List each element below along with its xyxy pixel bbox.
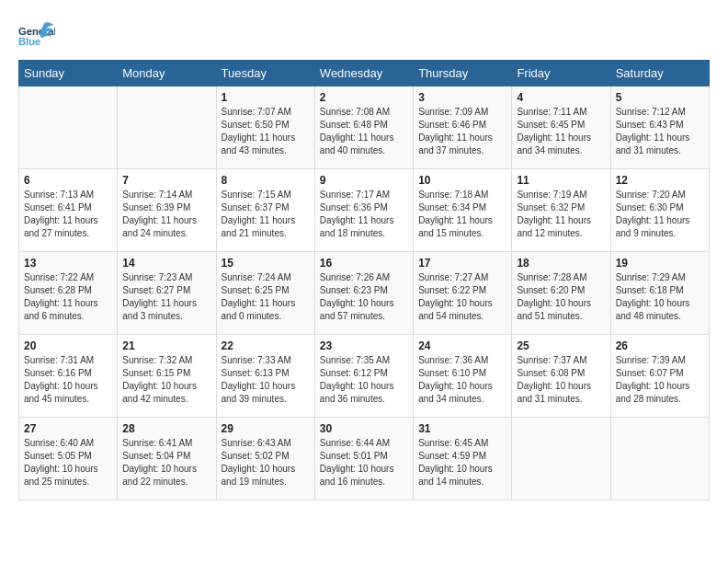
calendar-cell: 3Sunrise: 7:09 AMSunset: 6:46 PMDaylight… [414, 86, 512, 169]
weekday-header: Saturday [610, 61, 709, 86]
calendar-cell: 29Sunrise: 6:43 AMSunset: 5:02 PMDayligh… [216, 418, 314, 500]
day-number: 31 [418, 422, 506, 435]
day-number: 26 [616, 339, 704, 352]
calendar-cell: 11Sunrise: 7:19 AMSunset: 6:32 PMDayligh… [512, 169, 610, 252]
calendar-week-row: 13Sunrise: 7:22 AMSunset: 6:28 PMDayligh… [19, 252, 710, 335]
calendar-table: SundayMondayTuesdayWednesdayThursdayFrid… [18, 60, 710, 500]
calendar-cell: 5Sunrise: 7:12 AMSunset: 6:43 PMDaylight… [610, 86, 709, 169]
calendar-header: SundayMondayTuesdayWednesdayThursdayFrid… [19, 61, 710, 86]
day-number: 10 [418, 174, 506, 187]
day-number: 22 [222, 339, 310, 352]
day-number: 3 [418, 91, 506, 104]
calendar-cell: 12Sunrise: 7:20 AMSunset: 6:30 PMDayligh… [610, 169, 709, 252]
day-info: Sunrise: 6:40 AMSunset: 5:05 PMDaylight:… [24, 437, 112, 488]
day-number: 7 [122, 174, 210, 187]
day-number: 15 [222, 257, 310, 270]
weekday-row: SundayMondayTuesdayWednesdayThursdayFrid… [19, 61, 710, 86]
day-info: Sunrise: 7:18 AMSunset: 6:34 PMDaylight:… [418, 189, 506, 240]
day-info: Sunrise: 6:43 AMSunset: 5:02 PMDaylight:… [222, 437, 310, 488]
day-number: 27 [24, 422, 112, 435]
weekday-header: Friday [512, 61, 610, 86]
calendar-cell: 18Sunrise: 7:28 AMSunset: 6:20 PMDayligh… [512, 252, 610, 335]
weekday-header: Monday [118, 61, 216, 86]
day-number: 19 [616, 257, 704, 270]
calendar-cell [19, 86, 118, 169]
day-number: 6 [24, 174, 112, 187]
day-number: 13 [24, 257, 112, 270]
day-info: Sunrise: 7:33 AMSunset: 6:13 PMDaylight:… [222, 354, 310, 406]
calendar-cell: 27Sunrise: 6:40 AMSunset: 5:05 PMDayligh… [19, 418, 118, 500]
day-info: Sunrise: 7:17 AMSunset: 6:36 PMDaylight:… [320, 189, 408, 240]
svg-text:Blue: Blue [18, 36, 40, 47]
day-info: Sunrise: 7:20 AMSunset: 6:30 PMDaylight:… [616, 189, 704, 240]
calendar-week-row: 20Sunrise: 7:31 AMSunset: 6:16 PMDayligh… [19, 335, 710, 418]
calendar-cell: 22Sunrise: 7:33 AMSunset: 6:13 PMDayligh… [216, 335, 314, 418]
calendar-week-row: 27Sunrise: 6:40 AMSunset: 5:05 PMDayligh… [19, 418, 710, 500]
calendar-cell: 10Sunrise: 7:18 AMSunset: 6:34 PMDayligh… [414, 169, 512, 252]
day-number: 21 [122, 339, 210, 352]
day-info: Sunrise: 7:15 AMSunset: 6:37 PMDaylight:… [222, 189, 310, 240]
day-info: Sunrise: 7:31 AMSunset: 6:16 PMDaylight:… [24, 354, 112, 406]
calendar-cell: 14Sunrise: 7:23 AMSunset: 6:27 PMDayligh… [118, 252, 216, 335]
day-info: Sunrise: 6:44 AMSunset: 5:01 PMDaylight:… [320, 437, 408, 488]
day-number: 23 [320, 339, 408, 352]
day-number: 8 [222, 174, 310, 187]
day-info: Sunrise: 7:12 AMSunset: 6:43 PMDaylight:… [616, 106, 704, 157]
day-info: Sunrise: 7:26 AMSunset: 6:23 PMDaylight:… [320, 271, 408, 323]
day-info: Sunrise: 7:14 AMSunset: 6:39 PMDaylight:… [122, 189, 210, 240]
calendar-cell [610, 418, 709, 500]
calendar-cell: 21Sunrise: 7:32 AMSunset: 6:15 PMDayligh… [118, 335, 216, 418]
day-number: 20 [24, 339, 112, 352]
day-number: 4 [517, 91, 605, 104]
day-info: Sunrise: 7:35 AMSunset: 6:12 PMDaylight:… [320, 354, 408, 406]
day-info: Sunrise: 7:24 AMSunset: 6:25 PMDaylight:… [222, 271, 310, 323]
day-info: Sunrise: 7:29 AMSunset: 6:18 PMDaylight:… [616, 271, 704, 323]
day-number: 18 [517, 257, 605, 270]
weekday-header: Wednesday [314, 61, 413, 86]
calendar-cell: 13Sunrise: 7:22 AMSunset: 6:28 PMDayligh… [19, 252, 118, 335]
calendar-cell: 30Sunrise: 6:44 AMSunset: 5:01 PMDayligh… [314, 418, 413, 500]
calendar-cell: 4Sunrise: 7:11 AMSunset: 6:45 PMDaylight… [512, 86, 610, 169]
day-number: 25 [517, 339, 605, 352]
day-info: Sunrise: 7:39 AMSunset: 6:07 PMDaylight:… [616, 354, 704, 406]
day-number: 5 [616, 91, 704, 104]
calendar-cell: 2Sunrise: 7:08 AMSunset: 6:48 PMDaylight… [314, 86, 413, 169]
day-number: 17 [418, 257, 506, 270]
day-number: 28 [122, 422, 210, 435]
day-number: 14 [122, 257, 210, 270]
calendar-week-row: 1Sunrise: 7:07 AMSunset: 6:50 PMDaylight… [19, 86, 710, 169]
day-info: Sunrise: 7:23 AMSunset: 6:27 PMDaylight:… [122, 271, 210, 323]
day-info: Sunrise: 6:45 AMSunset: 4:59 PMDaylight:… [418, 437, 506, 488]
day-info: Sunrise: 7:27 AMSunset: 6:22 PMDaylight:… [418, 271, 506, 323]
day-number: 9 [320, 174, 408, 187]
calendar-cell [118, 86, 216, 169]
day-info: Sunrise: 7:07 AMSunset: 6:50 PMDaylight:… [222, 106, 310, 157]
day-info: Sunrise: 6:41 AMSunset: 5:04 PMDaylight:… [122, 437, 210, 488]
weekday-header: Tuesday [216, 61, 314, 86]
day-info: Sunrise: 7:32 AMSunset: 6:15 PMDaylight:… [122, 354, 210, 406]
day-info: Sunrise: 7:28 AMSunset: 6:20 PMDaylight:… [517, 271, 605, 323]
logo: General Blue [18, 18, 55, 51]
calendar-body: 1Sunrise: 7:07 AMSunset: 6:50 PMDaylight… [19, 86, 710, 500]
day-info: Sunrise: 7:11 AMSunset: 6:45 PMDaylight:… [517, 106, 605, 157]
calendar-cell [512, 418, 610, 500]
calendar-week-row: 6Sunrise: 7:13 AMSunset: 6:41 PMDaylight… [19, 169, 710, 252]
day-info: Sunrise: 7:19 AMSunset: 6:32 PMDaylight:… [517, 189, 605, 240]
day-number: 30 [320, 422, 408, 435]
day-number: 24 [418, 339, 506, 352]
day-number: 2 [320, 91, 408, 104]
logo-icon: General Blue [18, 18, 55, 51]
day-info: Sunrise: 7:08 AMSunset: 6:48 PMDaylight:… [320, 106, 408, 157]
calendar-cell: 8Sunrise: 7:15 AMSunset: 6:37 PMDaylight… [216, 169, 314, 252]
calendar-cell: 9Sunrise: 7:17 AMSunset: 6:36 PMDaylight… [314, 169, 413, 252]
calendar-cell: 28Sunrise: 6:41 AMSunset: 5:04 PMDayligh… [118, 418, 216, 500]
day-info: Sunrise: 7:13 AMSunset: 6:41 PMDaylight:… [24, 189, 112, 240]
calendar-cell: 26Sunrise: 7:39 AMSunset: 6:07 PMDayligh… [610, 335, 709, 418]
calendar-cell: 20Sunrise: 7:31 AMSunset: 6:16 PMDayligh… [19, 335, 118, 418]
day-number: 29 [222, 422, 310, 435]
weekday-header: Thursday [414, 61, 512, 86]
day-info: Sunrise: 7:09 AMSunset: 6:46 PMDaylight:… [418, 106, 506, 157]
day-number: 1 [222, 91, 310, 104]
calendar-cell: 24Sunrise: 7:36 AMSunset: 6:10 PMDayligh… [414, 335, 512, 418]
calendar-cell: 19Sunrise: 7:29 AMSunset: 6:18 PMDayligh… [610, 252, 709, 335]
